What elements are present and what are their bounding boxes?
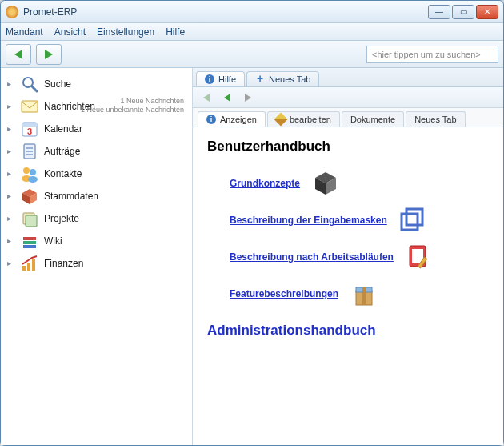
sidebar: ▸ Suche ▸ Nachrichten 1 Neue Nachrichten… <box>1 68 193 445</box>
window-controls: — ▭ ✕ <box>428 5 498 19</box>
outer-tabs: i Hilfe + Neues Tab <box>193 68 503 87</box>
edit-doc-icon <box>405 243 434 271</box>
sidebar-item-kontakte[interactable]: ▸ Kontakte <box>4 163 189 185</box>
expand-icon: ▸ <box>7 215 15 223</box>
masterdata-icon <box>20 187 39 206</box>
search-input[interactable]: <hier tippen um zu suchen> <box>366 46 498 63</box>
tab-label: Neues Tab <box>414 115 456 124</box>
contacts-icon <box>20 164 39 183</box>
sidebar-item-suche[interactable]: ▸ Suche <box>4 73 189 95</box>
sidebar-item-label: Stammdaten <box>44 191 98 202</box>
inner-tab-bearbeiten[interactable]: bearbeiten <box>267 111 340 127</box>
svg-line-1 <box>32 86 37 91</box>
link-administrationshandbuch[interactable]: Administrationshandbuch <box>207 323 489 339</box>
sidebar-item-finanzen[interactable]: ▸ Finanzen <box>4 252 189 275</box>
sidebar-item-wiki[interactable]: ▸ Wiki <box>4 230 189 252</box>
tab-neues-tab[interactable]: + Neues Tab <box>246 71 319 86</box>
expand-icon: ▸ <box>7 102 15 110</box>
sidebar-item-label: Aufträge <box>44 146 80 157</box>
sidebar-item-label: Kontakte <box>44 168 82 179</box>
svg-point-10 <box>23 167 30 174</box>
nav-forward-button[interactable] <box>36 44 62 65</box>
svg-rect-20 <box>23 241 36 244</box>
search-icon <box>20 74 39 94</box>
svg-rect-29 <box>402 214 418 230</box>
inner-tab-neues-tab[interactable]: Neues Tab <box>406 111 465 127</box>
link-grundkonzepte[interactable]: Grundkonzepte <box>230 178 300 189</box>
mini-toolbar <box>193 87 503 108</box>
nav-back-button[interactable] <box>6 44 31 65</box>
minimize-button[interactable]: — <box>428 5 450 19</box>
svg-rect-22 <box>22 266 26 271</box>
page-heading: Benutzerhandbuch <box>207 139 489 155</box>
svg-rect-21 <box>23 245 36 248</box>
app-window: Promet-ERP — ▭ ✕ Mandant Ansicht Einstel… <box>0 0 504 446</box>
wiki-icon <box>20 231 39 251</box>
content-area: Benutzerhandbuch Grundkonzepte Beschreib… <box>193 127 503 445</box>
titlebar: Promet-ERP — ▭ ✕ <box>1 1 503 23</box>
arrow-right-icon <box>45 50 53 59</box>
sidebar-item-kalendar[interactable]: ▸ 3 Kalendar <box>4 118 189 140</box>
svg-point-13 <box>28 176 38 183</box>
calendar-icon: 3 <box>20 119 39 139</box>
menu-hilfe[interactable]: Hilfe <box>166 26 185 38</box>
link-arbeitsablaeufe[interactable]: Beschreibung nach Arbeitsabläufen <box>230 251 394 263</box>
tab-label: Anzeigen <box>220 115 257 124</box>
expand-icon: ▸ <box>7 259 15 267</box>
window-title: Promet-ERP <box>23 6 428 18</box>
right-pane: i Hilfe + Neues Tab i Anzeigen <box>193 68 503 445</box>
svg-rect-24 <box>32 259 35 271</box>
tab-label: bearbeiten <box>290 115 331 124</box>
expand-icon: ▸ <box>7 237 15 245</box>
sidebar-item-stammdaten[interactable]: ▸ Stammdaten <box>4 185 189 207</box>
projects-icon <box>20 209 39 228</box>
expand-icon: ▸ <box>7 125 15 133</box>
finance-icon <box>20 254 39 273</box>
app-icon <box>6 6 18 18</box>
body-area: ▸ Suche ▸ Nachrichten 1 Neue Nachrichten… <box>1 68 503 445</box>
expand-icon: ▸ <box>7 192 15 200</box>
menu-einstellungen[interactable]: Einstellungen <box>97 26 154 38</box>
sidebar-item-nachrichten[interactable]: ▸ Nachrichten 1 Neue Nachrichten 1 Neue … <box>4 95 189 118</box>
arrow-left-icon <box>224 94 230 102</box>
svg-text:3: 3 <box>27 127 32 136</box>
svg-rect-19 <box>23 237 36 240</box>
tab-label: Dokumente <box>350 115 395 124</box>
close-button[interactable]: ✕ <box>476 5 498 19</box>
link-row-featurebeschreibungen: Featurebeschreibungen <box>230 279 489 308</box>
inner-tab-anzeigen[interactable]: i Anzeigen <box>198 111 266 127</box>
package-icon <box>350 279 378 308</box>
menu-ansicht[interactable]: Ansicht <box>54 26 86 38</box>
menu-mandant[interactable]: Mandant <box>6 26 43 38</box>
svg-rect-2 <box>22 101 38 112</box>
history-back-button[interactable] <box>218 90 236 106</box>
inner-tab-dokumente[interactable]: Dokumente <box>342 111 404 127</box>
plus-icon: + <box>255 74 265 84</box>
sidebar-item-label: Wiki <box>44 235 62 247</box>
inner-tabs: i Anzeigen bearbeiten Dokumente Neues Ta… <box>193 108 503 127</box>
info-icon: i <box>205 74 214 84</box>
history-forward-button[interactable] <box>239 90 257 106</box>
link-row-grundkonzepte: Grundkonzepte <box>230 169 489 198</box>
sidebar-item-projekte[interactable]: ▸ Projekte <box>4 207 189 230</box>
tab-label: Neues Tab <box>269 74 310 84</box>
menubar: Mandant Ansicht Einstellungen Hilfe <box>1 23 503 41</box>
sidebar-item-label: Finanzen <box>44 258 83 269</box>
history-start-button[interactable] <box>198 90 215 106</box>
cube-icon <box>311 169 340 198</box>
maximize-button[interactable]: ▭ <box>452 5 474 19</box>
svg-point-11 <box>30 169 36 175</box>
toolbar: <hier tippen um zu suchen> <box>1 41 503 68</box>
arrow-left-icon <box>14 50 22 59</box>
orders-icon <box>20 142 39 161</box>
svg-rect-23 <box>27 263 30 271</box>
info-icon: i <box>206 115 216 124</box>
sidebar-item-auftraege[interactable]: ▸ Aufträge <box>4 140 189 163</box>
tab-hilfe[interactable]: i Hilfe <box>196 71 245 86</box>
link-row-eingabemasken: Beschreibung der Eingabemasken <box>230 206 489 235</box>
expand-icon: ▸ <box>7 147 15 155</box>
link-featurebeschreibungen[interactable]: Featurebeschreibungen <box>230 288 338 299</box>
expand-icon: ▸ <box>7 80 15 88</box>
windows-icon <box>398 206 427 235</box>
link-eingabemasken[interactable]: Beschreibung der Eingabemasken <box>230 215 387 226</box>
